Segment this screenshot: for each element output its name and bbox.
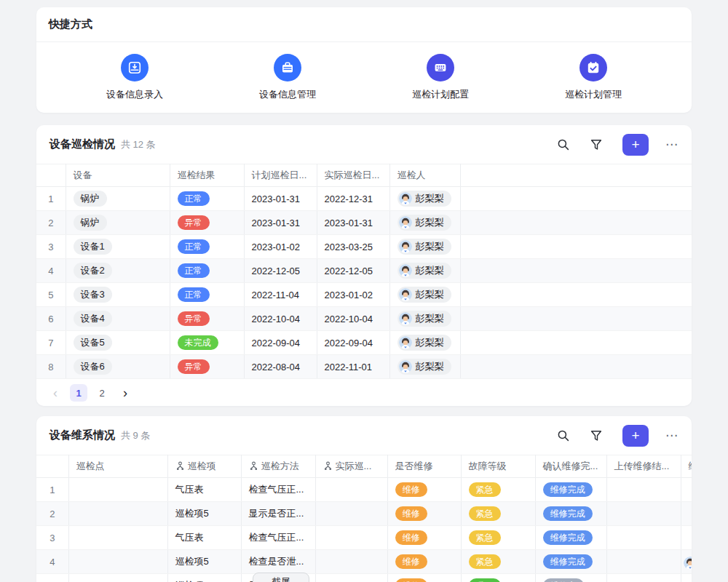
cell-actual-date[interactable]: 2022-10-04 [317,307,389,331]
cell-confirm[interactable]: 维修完成 [535,526,606,550]
cell-actual-date[interactable]: 2023-03-25 [317,235,389,259]
column-header-extra[interactable]: 维 [681,455,692,478]
cell-planned-date[interactable]: 2022-10-04 [244,307,317,331]
cell-device[interactable]: 锅炉 [66,187,170,211]
cell-inspection-point[interactable] [68,550,167,574]
cell-result[interactable]: 正常 [170,187,244,211]
shortcut-inspection-plan-config[interactable]: 巡检计划配置 [379,54,502,101]
cell-confirm[interactable]: 维修完成 [535,502,606,526]
cell-inspection-item[interactable]: 气压表 [167,478,241,502]
cell-planned-date[interactable]: 2022-09-04 [244,331,317,355]
cell-upload[interactable] [606,526,681,550]
cell-result[interactable]: 异常 [170,355,244,379]
cell-inspector[interactable]: 彭梨梨 [389,211,460,235]
shortcut-device-info-manage[interactable]: 设备信息管理 [226,54,349,101]
column-header-fault-level[interactable]: 故障等级 [461,455,535,478]
column-header-upload[interactable]: 上传维修结... [606,455,681,478]
cell-device[interactable]: 设备3 [66,283,170,307]
add-record-button[interactable]: + [622,134,649,156]
add-record-button[interactable]: + [622,425,649,447]
cell-confirm[interactable]: 维修完成 [535,478,606,502]
cell-device[interactable]: 设备6 [66,355,170,379]
filter-icon[interactable] [590,138,603,151]
shortcut-inspection-plan-manage[interactable]: 巡检计划管理 [531,54,655,101]
cell-repair[interactable]: 维修 [387,574,461,582]
column-header-planned-date[interactable]: 计划巡检日... [244,164,317,187]
cell-repair[interactable]: 维修 [387,502,461,526]
cell-result[interactable]: 未完成 [170,331,244,355]
column-header-item[interactable]: 巡检项 [167,455,241,478]
column-header-actual-date[interactable]: 实际巡检日... [317,164,389,187]
cell-inspection-point[interactable] [68,574,167,582]
cell-result[interactable]: 异常 [170,307,244,331]
cell-device[interactable]: 设备1 [66,235,170,259]
cell-inspection-method[interactable]: 检查是否泄... [241,550,315,574]
cell-inspector[interactable]: 彭梨梨 [389,283,460,307]
cell-confirm[interactable]: 维修中 [535,574,606,582]
cell-actual-date[interactable]: 2022-12-05 [317,259,389,283]
column-header-confirm[interactable]: 确认维修完... [535,455,606,478]
cell-inspection-method[interactable]: 检查气压正... [241,478,315,502]
search-icon[interactable] [557,429,570,442]
cell-planned-date[interactable]: 2023-01-31 [244,211,317,235]
cell-upload[interactable] [606,478,681,502]
column-header-method[interactable]: 巡检方法 [241,455,315,478]
cell-planned-date[interactable]: 2022-11-04 [244,283,317,307]
cell-actual-date[interactable]: 2022-11-01 [317,355,389,379]
cell-fault-level[interactable]: 紧急 [461,478,535,502]
more-options-icon[interactable]: ⋯ [665,137,678,152]
screenshot-tooltip[interactable]: 截屏 [253,573,309,582]
cell-inspection-point[interactable] [68,526,167,550]
cell-upload[interactable] [606,574,681,582]
cell-actual[interactable] [315,502,387,526]
cell-inspector[interactable]: 彭梨梨 [389,331,460,355]
cell-inspection-item[interactable]: 巡检项5 [167,502,241,526]
cell-actual-date[interactable]: 2022-09-04 [317,331,389,355]
cell-extra[interactable] [681,478,692,502]
cell-inspector[interactable]: 彭梨梨 [389,259,460,283]
column-header-actual[interactable]: 实际巡... [315,455,387,478]
column-header-repair[interactable]: 是否维修 [387,455,461,478]
cell-planned-date[interactable]: 2023-01-31 [244,187,317,211]
cell-actual[interactable] [315,574,387,582]
search-icon[interactable] [557,138,570,151]
cell-result[interactable]: 正常 [170,235,244,259]
cell-repair[interactable]: 维修 [387,550,461,574]
cell-inspector[interactable]: 彭梨梨 [389,355,460,379]
cell-inspection-item[interactable]: 气压表 [167,526,241,550]
cell-device[interactable]: 设备5 [66,331,170,355]
column-header-point[interactable]: 巡检点 [68,455,167,478]
cell-fault-level[interactable]: 紧急 [461,502,535,526]
cell-planned-date[interactable]: 2022-12-05 [244,259,317,283]
cell-device[interactable]: 锅炉 [66,211,170,235]
cell-fault-level[interactable]: 紧急 [461,526,535,550]
filter-icon[interactable] [590,429,603,442]
cell-extra[interactable] [681,502,692,526]
cell-repair[interactable]: 维修 [387,478,461,502]
cell-inspection-method[interactable]: 检查气压正... [241,526,315,550]
cell-actual[interactable] [315,550,387,574]
cell-planned-date[interactable]: 2023-01-02 [244,235,317,259]
cell-actual[interactable] [315,478,387,502]
cell-device[interactable]: 设备2 [66,259,170,283]
cell-actual[interactable] [315,526,387,550]
cell-extra[interactable] [681,550,692,574]
cell-inspection-point[interactable] [68,502,167,526]
cell-result[interactable]: 正常 [170,259,244,283]
cell-planned-date[interactable]: 2022-08-04 [244,355,317,379]
cell-inspector[interactable]: 彭梨梨 [389,235,460,259]
cell-inspector[interactable]: 彭梨梨 [389,307,460,331]
cell-inspection-method[interactable]: 显示是否正... [241,502,315,526]
cell-extra[interactable] [681,574,692,582]
cell-inspector[interactable]: 彭梨梨 [389,187,460,211]
cell-result[interactable]: 正常 [170,283,244,307]
cell-actual-date[interactable]: 2023-01-02 [317,283,389,307]
cell-result[interactable]: 异常 [170,211,244,235]
cell-actual-date[interactable]: 2022-12-31 [317,187,389,211]
column-header-result[interactable]: 巡检结果 [170,164,244,187]
pagination-page-2[interactable]: 2 [93,384,111,402]
cell-device[interactable]: 设备4 [66,307,170,331]
cell-fault-level[interactable]: 紧急 [461,550,535,574]
pagination-next[interactable]: › [116,384,134,402]
shortcut-device-info-entry[interactable]: 设备信息录入 [73,54,197,101]
